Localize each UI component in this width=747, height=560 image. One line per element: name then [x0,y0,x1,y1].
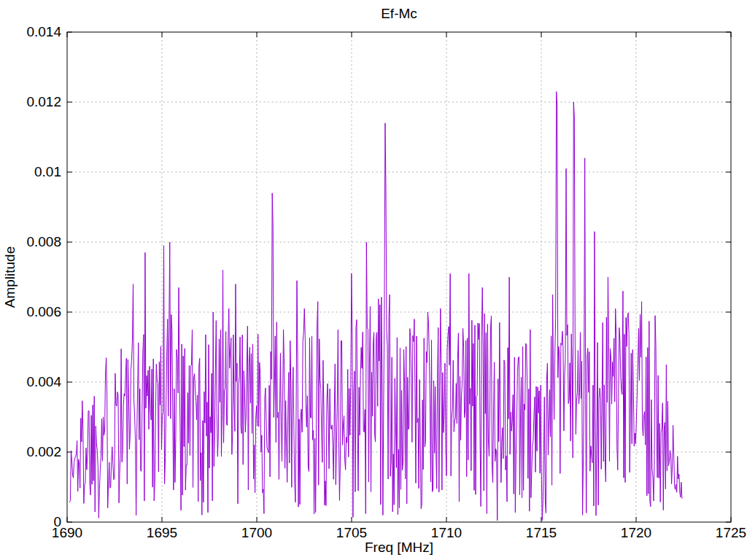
plot-border [67,32,731,522]
x-tick-label: 1725 [716,525,746,540]
y-axis-label: Amplitude [2,246,18,308]
x-tick-label: 1720 [621,525,651,540]
x-tick-label: 1700 [241,525,272,540]
spectrum-chart: 1690169517001705171017151720172500.0020.… [0,0,747,560]
x-tick-label: 1695 [147,525,177,540]
y-tick-label: 0.004 [26,374,61,389]
axis-ticks [67,32,731,522]
y-tick-label: 0.01 [34,164,61,179]
chart-title: Ef-Mc [381,6,417,21]
x-axis-label: Freq [MHz] [365,540,433,555]
x-tick-label: 1715 [526,525,557,540]
y-tick-label: 0.006 [26,304,61,319]
spectrum-plot-window: 1690169517001705171017151720172500.0020.… [0,0,747,560]
y-tick-label: 0.014 [26,24,61,39]
y-tick-label: 0 [53,514,61,529]
spectrum-line [69,92,682,521]
y-tick-label: 0.008 [26,234,61,249]
grid-lines [67,32,731,522]
x-tick-label: 1705 [336,525,367,540]
y-tick-label: 0.012 [26,94,61,109]
x-tick-label: 1710 [431,525,462,540]
y-tick-label: 0.002 [26,444,61,459]
